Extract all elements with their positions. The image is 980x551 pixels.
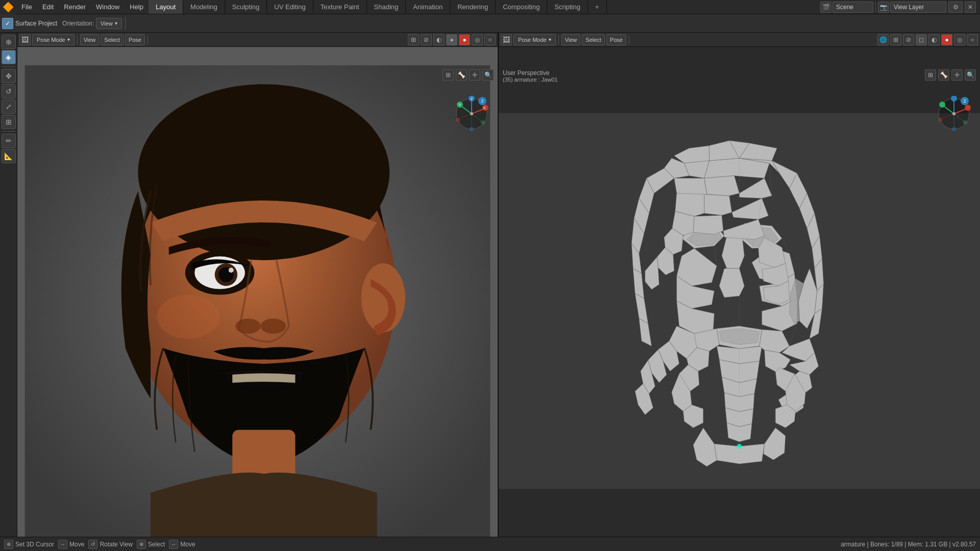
close-icon-btn[interactable]: ✕ [965, 2, 976, 13]
vp-left-pose-btn[interactable]: Pose [125, 34, 145, 45]
tab-shading[interactable]: Shading [367, 0, 406, 14]
vp-left-viewport-shading-3[interactable]: ◐ [433, 34, 445, 45]
vp-right-view-btn[interactable]: View [561, 34, 581, 45]
vp-left-mode-dropdown[interactable]: Pose Mode [32, 34, 75, 45]
vp-left-overlay-icon[interactable]: ◎ [472, 34, 483, 45]
surface-project-label: Surface Project [15, 20, 57, 27]
menu-window[interactable]: Window [91, 0, 125, 14]
main-content: 🖼 Pose Mode View Select Pose ⊞ ⊘ ◐ ● ● ◎… [17, 33, 980, 537]
tab-modeling[interactable]: Modeling [183, 0, 225, 14]
svg-point-148 [938, 118, 942, 122]
svg-point-144 [939, 102, 945, 108]
vp-left-view-btn[interactable]: View [80, 34, 100, 45]
move2-status-icon: ↔ [169, 540, 178, 549]
svg-text:Y: Y [458, 103, 461, 107]
menu-edit[interactable]: Edit [37, 0, 59, 14]
scale-tool-btn[interactable]: ⤢ [2, 99, 16, 114]
status-move-2: ↔ Move [169, 540, 195, 549]
vp-left-gizmo-strip: ⊞ 🦴 ✛ 🔍 [443, 69, 494, 81]
settings-icon-btn[interactable]: ⚙ [948, 2, 963, 13]
vp-left-bone-icon[interactable]: 🦴 [456, 69, 467, 81]
tab-add[interactable]: + [588, 0, 607, 14]
wireframe-svg: .wire { stroke: #888; stroke-width: 0.5;… [499, 65, 980, 537]
svg-marker-106 [693, 215, 723, 234]
vp-right-nav-gizmo[interactable]: 2 [936, 96, 972, 132]
tab-animation[interactable]: Animation [406, 0, 450, 14]
status-rotate-view: ↺ Rotate View [88, 540, 132, 549]
menu-help[interactable]: Help [125, 0, 149, 14]
vp-right-overlay[interactable]: ◎ [954, 34, 965, 45]
scene-name-input[interactable]: Scene [832, 2, 873, 13]
vp-left-viewport-shading-5[interactable]: ● [459, 34, 470, 45]
vp-right-mode-dropdown[interactable]: Pose Mode [513, 34, 556, 45]
annotate-tool-btn[interactable]: ✏ [2, 134, 16, 148]
vp-left-pie-icon[interactable]: ⌾ [484, 34, 496, 45]
vp-right-search-icon[interactable]: 🔍 [965, 69, 976, 81]
viewport-left[interactable]: 🖼 Pose Mode View Select Pose ⊞ ⊘ ◐ ● ● ◎… [17, 33, 499, 537]
vp-left-type-icon[interactable]: 🖼 [19, 34, 31, 45]
svg-point-153 [952, 112, 955, 115]
status-right: armature | Bones: 1/89 | Mem: 1.31 GB | … [841, 541, 976, 548]
rendered-face-area: ⊞ 🦴 ✛ 🔍 X Y [17, 65, 498, 537]
svg-point-27 [481, 120, 485, 124]
main-toolbar: ✓ Surface Project Orientation: View [0, 14, 980, 33]
select-tool-btn[interactable]: ◈ [2, 50, 16, 64]
vp-left-viewport-shading-1[interactable]: ⊞ [408, 34, 419, 45]
vp-right-global-icon[interactable]: 🌐 [877, 34, 889, 45]
tool-sep-1 [2, 66, 15, 67]
vp-left-viewport-shading-2[interactable]: ⊘ [421, 34, 432, 45]
svg-rect-12 [232, 430, 295, 481]
tab-scripting[interactable]: Scripting [547, 0, 588, 14]
scene-controls: 🎬 Scene [820, 2, 873, 13]
svg-point-25 [456, 118, 460, 122]
measure-tool-btn[interactable]: 📐 [2, 149, 16, 163]
vp-right-shading-1[interactable]: ⊞ [890, 34, 901, 45]
svg-text:X: X [483, 106, 486, 110]
top-right-section: 🎬 Scene 📷 View Layer ⚙ ✕ [820, 0, 980, 14]
viewport-left-header: 🖼 Pose Mode View Select Pose ⊞ ⊘ ◐ ● ● ◎… [17, 33, 498, 47]
view-layer-icon-btn[interactable]: 📷 [878, 2, 889, 13]
vp-right-select-btn[interactable]: Select [582, 34, 605, 45]
tab-compositing[interactable]: Compositing [496, 0, 547, 14]
vp-right-shading-2[interactable]: ⊘ [903, 34, 914, 45]
status-select: ⊕ Select [137, 540, 165, 549]
move-tool-btn[interactable]: ✥ [2, 69, 16, 83]
vp-right-cursor-icon[interactable]: ✛ [951, 69, 963, 81]
tool-sep-2 [2, 131, 15, 132]
vp-right-type-icon[interactable]: 🖼 [501, 34, 512, 45]
scene-icon-btn[interactable]: 🎬 [820, 2, 831, 13]
svg-point-30 [470, 112, 473, 115]
tab-layout[interactable]: Layout [149, 0, 183, 14]
vp-right-shading-4[interactable]: ◐ [928, 34, 940, 45]
left-sidebar-tools: ⊕ ◈ ✥ ↺ ⤢ ⊞ ✏ 📐 [0, 33, 17, 537]
tab-rendering[interactable]: Rendering [450, 0, 496, 14]
viewport-right[interactable]: 🖼 Pose Mode View Select Pose 🌐 ⊞ ⊘ ◻ ◐ ●… [499, 33, 980, 537]
vp-right-grid-icon[interactable]: ⊞ [925, 69, 936, 81]
svg-marker-103 [704, 194, 732, 215]
vp-left-nav-gizmo[interactable]: X Y Z [454, 96, 489, 132]
view-layer-name-input[interactable]: View Layer [890, 2, 946, 13]
vp-right-shading-3[interactable]: ◻ [916, 34, 927, 45]
workspace-tabs: Layout Modeling Sculpting UV Editing Tex… [149, 0, 820, 14]
vp-left-viewport-shading-4[interactable]: ● [446, 34, 457, 45]
vp-left-grid-icon[interactable]: ⊞ [443, 69, 454, 81]
transform-tool-btn[interactable]: ⊞ [2, 115, 16, 129]
menu-file[interactable]: File [16, 0, 37, 14]
svg-point-150 [963, 120, 967, 124]
vp-right-shading-5[interactable]: ● [941, 34, 952, 45]
vp-right-pose-btn[interactable]: Pose [606, 34, 626, 45]
tab-uv-editing[interactable]: UV Editing [267, 0, 313, 14]
vp-right-pie[interactable]: ⌾ [967, 34, 978, 45]
cursor-tool-btn[interactable]: ⊕ [2, 35, 16, 49]
tab-texture-paint[interactable]: Texture Paint [313, 0, 367, 14]
rotate-tool-btn[interactable]: ↺ [2, 84, 16, 98]
vp-left-select-btn[interactable]: Select [101, 34, 124, 45]
menu-render[interactable]: Render [59, 0, 91, 14]
vp-left-search-icon[interactable]: 🔍 [482, 69, 494, 81]
vp-right-bone-icon[interactable]: 🦴 [938, 69, 949, 81]
vp-left-cursor-icon[interactable]: ✛ [469, 69, 480, 81]
rotate-view-status-label: Rotate View [100, 541, 132, 548]
tab-sculpting[interactable]: Sculpting [225, 0, 267, 14]
surface-project-checkbox[interactable]: ✓ [2, 18, 13, 29]
orientation-dropdown[interactable]: View [96, 18, 122, 29]
